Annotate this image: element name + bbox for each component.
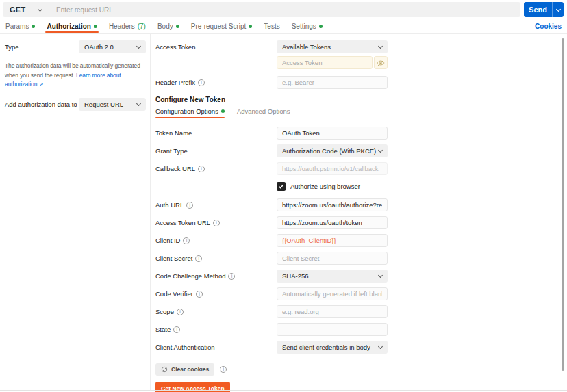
tab-settings-label: Settings xyxy=(292,23,316,30)
add-auth-data-row: Add authorization data to Request URL xyxy=(5,98,146,111)
green-dot-icon xyxy=(319,25,323,28)
subtab-configuration-options[interactable]: Configuration Options xyxy=(155,107,225,118)
code-verifier-row: Code Verifier i xyxy=(155,287,567,300)
access-token-row: Access Token Available Tokens xyxy=(155,40,567,53)
client-id-label: Client ID xyxy=(155,237,180,244)
client-authentication-dropdown[interactable]: Send client credentials in body xyxy=(277,341,388,354)
bottom-divider xyxy=(0,390,567,391)
grant-type-row: Grant Type Authorization Code (With PKCE… xyxy=(155,144,567,157)
send-button[interactable]: Send xyxy=(524,2,564,17)
tab-settings[interactable]: Settings xyxy=(292,19,323,33)
subtab-advanced-options[interactable]: Advanced Options xyxy=(237,107,290,118)
configure-subtabs: Configuration Options Advanced Options xyxy=(155,107,567,118)
info-icon[interactable]: i xyxy=(177,309,184,315)
green-dot-icon xyxy=(249,25,252,28)
auth-type-dropdown[interactable]: OAuth 2.0 xyxy=(79,40,146,53)
green-dot-icon xyxy=(94,25,97,28)
scope-input[interactable] xyxy=(277,305,388,318)
access-token-label: Access Token xyxy=(155,43,277,51)
clear-cookies-label: Clear cookies xyxy=(171,366,209,373)
token-name-row: Token Name xyxy=(155,127,567,140)
add-auth-data-dropdown[interactable]: Request URL xyxy=(79,98,146,111)
tab-authorization[interactable]: Authorization xyxy=(47,19,97,33)
clear-cookies-button[interactable]: Clear cookies xyxy=(155,363,214,376)
code-challenge-method-value: SHA-256 xyxy=(282,272,309,280)
configure-new-token-heading: Configure New Token xyxy=(155,96,567,103)
info-icon[interactable]: i xyxy=(183,237,190,244)
headers-count-badge: (7) xyxy=(138,23,146,30)
available-tokens-value: Available Tokens xyxy=(282,43,331,51)
available-tokens-dropdown[interactable]: Available Tokens xyxy=(277,40,388,53)
tab-prerequest-label: Pre-request Script xyxy=(191,23,247,30)
tab-params-label: Params xyxy=(5,23,29,30)
client-secret-row: Client Secret i xyxy=(155,252,567,265)
info-icon[interactable]: i xyxy=(198,79,205,86)
clear-cookies-icon xyxy=(161,366,168,373)
tab-tests[interactable]: Tests xyxy=(264,19,279,33)
add-auth-data-value: Request URL xyxy=(84,101,123,108)
info-icon[interactable]: i xyxy=(220,366,227,373)
chevron-down-icon xyxy=(136,44,141,49)
request-url-input[interactable] xyxy=(49,2,520,17)
info-icon[interactable]: i xyxy=(186,202,193,209)
auth-url-row: Auth URL i xyxy=(155,198,567,211)
token-name-input[interactable] xyxy=(277,127,388,140)
authorization-panel: Type OAuth 2.0 The authorization data wi… xyxy=(0,34,567,390)
authorize-browser-checkbox[interactable] xyxy=(277,182,286,191)
code-verifier-input[interactable] xyxy=(277,287,388,300)
chevron-down-icon xyxy=(378,344,383,349)
code-verifier-label: Code Verifier xyxy=(155,290,193,298)
chevron-down-icon xyxy=(136,101,141,106)
header-prefix-input[interactable] xyxy=(277,76,388,89)
eye-off-icon[interactable] xyxy=(374,56,388,69)
auth-url-input[interactable] xyxy=(277,198,388,211)
green-dot-icon xyxy=(32,25,35,28)
state-input[interactable] xyxy=(277,323,388,336)
info-icon[interactable]: i xyxy=(198,166,205,172)
grant-type-dropdown[interactable]: Authorization Code (With PKCE) xyxy=(277,144,388,157)
callback-url-input xyxy=(277,162,388,175)
info-icon[interactable]: i xyxy=(228,273,235,280)
send-options-button[interactable] xyxy=(552,2,564,17)
auth-type-sidebar: Type OAuth 2.0 The authorization data wi… xyxy=(0,34,151,390)
scope-label: Scope xyxy=(155,308,174,315)
access-token-url-input[interactable] xyxy=(277,216,388,229)
cookies-link[interactable]: Cookies xyxy=(535,23,562,30)
authorize-browser-label: Authorize using browser xyxy=(290,183,360,190)
header-prefix-label: Header Prefix xyxy=(155,79,195,86)
grant-type-value: Authorization Code (With PKCE) xyxy=(282,147,376,155)
info-icon[interactable]: i xyxy=(195,255,202,262)
add-auth-data-label: Add authorization data to xyxy=(5,101,77,108)
request-tabs: Params Authorization Headers (7) Body Pr… xyxy=(0,19,567,34)
tab-body[interactable]: Body xyxy=(158,19,179,33)
info-icon[interactable]: i xyxy=(173,326,180,333)
code-challenge-method-dropdown[interactable]: SHA-256 xyxy=(277,270,388,283)
info-icon[interactable]: i xyxy=(213,220,220,226)
info-icon[interactable]: i xyxy=(196,291,203,298)
chevron-down-icon xyxy=(378,273,383,278)
authorize-browser-row: Authorize using browser xyxy=(155,180,567,193)
auth-url-label: Auth URL xyxy=(155,201,184,209)
chevron-down-icon xyxy=(555,6,560,11)
client-secret-input[interactable] xyxy=(277,252,388,265)
access-token-url-row: Access Token URL i xyxy=(155,216,567,229)
state-row: State i xyxy=(155,323,567,336)
tab-prerequest-script[interactable]: Pre-request Script xyxy=(191,19,253,33)
tab-tests-label: Tests xyxy=(264,23,279,30)
tab-params[interactable]: Params xyxy=(5,19,35,33)
green-dot-icon xyxy=(176,25,179,28)
access-token-input[interactable] xyxy=(277,56,373,69)
state-label: State xyxy=(155,326,171,333)
subtab-configuration-label: Configuration Options xyxy=(155,107,218,115)
type-label: Type xyxy=(5,43,19,51)
method-dropdown[interactable]: GET xyxy=(3,2,49,17)
tab-authorization-label: Authorization xyxy=(47,23,90,30)
access-token-url-label: Access Token URL xyxy=(155,219,210,226)
client-id-input[interactable] xyxy=(277,234,388,247)
auth-type-row: Type OAuth 2.0 xyxy=(5,40,146,53)
tab-headers[interactable]: Headers (7) xyxy=(109,19,146,33)
send-button-label[interactable]: Send xyxy=(524,2,552,17)
vertical-scrollbar[interactable] xyxy=(562,38,564,371)
oauth2-config-panel: Access Token Available Tokens xyxy=(151,34,567,390)
grant-type-label: Grant Type xyxy=(155,147,277,155)
